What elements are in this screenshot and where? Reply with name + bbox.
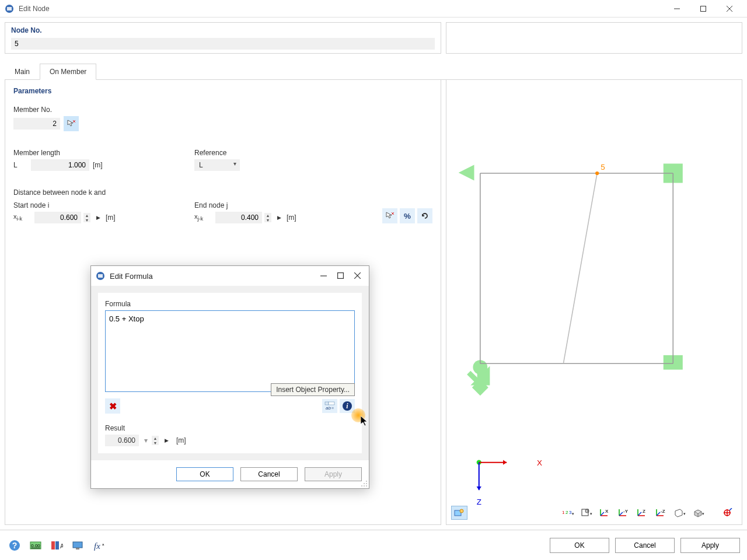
formula-delete-button[interactable]: ✖ — [105, 398, 120, 414]
preview-box-button[interactable]: ▾ — [690, 506, 707, 520]
tab-main[interactable]: Main — [5, 64, 40, 80]
node-no-input[interactable] — [11, 38, 435, 50]
svg-line-45 — [657, 512, 660, 516]
app-icon — [5, 4, 14, 13]
start-node-spinner[interactable]: ▲▼ — [83, 213, 90, 222]
help-button[interactable]: ? — [7, 538, 22, 553]
svg-text:2: 2 — [566, 510, 568, 515]
svg-text:▾: ▾ — [683, 512, 686, 516]
svg-text:-Z: -Z — [661, 509, 665, 514]
svg-line-37 — [619, 512, 623, 516]
result-play-icon[interactable]: ▶ — [162, 436, 170, 445]
formula-close-button[interactable] — [354, 272, 361, 281]
end-node-label: End node j — [194, 201, 364, 209]
units-button[interactable]: 0.00 — [28, 538, 43, 553]
formula-maximize-button[interactable] — [337, 272, 344, 281]
reference-select[interactable]: L — [194, 159, 240, 171]
axis-x-label: X — [537, 459, 542, 467]
preview-axis-neg-y-button[interactable]: -Y — [616, 506, 632, 520]
preview-reset-button[interactable] — [720, 506, 736, 520]
pick-distance-button[interactable] — [382, 208, 397, 223]
preview-viewport[interactable]: 5 X Z — [446, 80, 742, 524]
svg-rect-75 — [51, 541, 55, 550]
font-button[interactable]: A — [49, 538, 64, 553]
member-length-input[interactable] — [31, 159, 89, 171]
svg-text:ab: ab — [326, 405, 331, 411]
preview-axis-x-button[interactable]: X — [597, 506, 613, 520]
main-ok-button[interactable]: OK — [550, 538, 609, 553]
fx-button[interactable]: fx▴ — [91, 538, 106, 553]
member-no-input[interactable] — [13, 118, 60, 130]
preview-panel: 5 X Z 123▾ ▾ — [446, 80, 742, 525]
preview-view-button[interactable] — [451, 506, 467, 520]
preview-show-button[interactable]: ▾ — [578, 506, 595, 520]
minimize-button[interactable] — [664, 0, 690, 18]
svg-point-29 — [587, 510, 588, 512]
svg-text:fx: fx — [94, 541, 100, 551]
main-cancel-button[interactable]: Cancel — [615, 538, 675, 553]
result-unit: [m] — [176, 436, 186, 444]
display-button[interactable] — [70, 538, 85, 553]
close-button[interactable] — [716, 0, 742, 18]
formula-apply-button: Apply — [305, 467, 362, 481]
svg-text:X: X — [605, 509, 609, 514]
svg-text:Z: Z — [643, 509, 645, 514]
svg-text:0.00: 0.00 — [31, 543, 40, 548]
distance-label: Distance between node k and — [13, 188, 432, 197]
svg-line-33 — [601, 512, 604, 516]
result-dropdown-icon[interactable]: ▾ — [142, 436, 149, 444]
svg-line-52 — [729, 508, 732, 510]
percent-button[interactable]: % — [400, 208, 415, 223]
formula-minimize-button[interactable] — [320, 272, 327, 281]
main-apply-button[interactable]: Apply — [680, 538, 740, 553]
insert-property-tooltip: Insert Object Property... — [271, 383, 355, 396]
end-node-input[interactable] — [215, 212, 262, 223]
preview-top-blank — [446, 22, 742, 54]
tab-bar: Main On Member — [5, 63, 742, 80]
formula-textarea[interactable]: 0.5 + Xtop — [105, 310, 355, 392]
node-no-header: Node No. — [11, 26, 435, 34]
svg-point-17 — [595, 172, 599, 175]
insert-parameter-button[interactable]: ab= — [322, 399, 337, 413]
svg-text:-Y: -Y — [623, 509, 629, 514]
end-node-play-icon[interactable]: ▶ — [275, 213, 283, 222]
result-spinner[interactable]: ▲▼ — [152, 436, 159, 445]
preview-perspective-button[interactable]: ▾ — [672, 506, 688, 520]
edit-formula-dialog: Edit Formula Formula 0.5 + Xtop ✖ Insert… — [90, 265, 369, 489]
bottom-bar: ? 0.00 A fx▴ OK Cancel Apply — [0, 530, 747, 560]
undo-button[interactable] — [417, 208, 432, 223]
member-length-unit: [m] — [93, 161, 103, 169]
reference-label: Reference — [194, 149, 240, 157]
member-length-symbol: L — [13, 161, 27, 169]
svg-point-70 — [361, 485, 362, 487]
insert-object-property-button[interactable]: i — [340, 399, 355, 413]
svg-text:▾: ▾ — [590, 512, 592, 516]
svg-line-16 — [563, 173, 597, 363]
svg-line-41 — [638, 512, 641, 516]
window-titlebar: Edit Node — [0, 0, 747, 18]
start-node-input[interactable] — [34, 212, 81, 223]
maximize-button[interactable] — [690, 0, 716, 18]
pick-member-button[interactable] — [64, 116, 79, 131]
svg-rect-78 — [73, 542, 82, 548]
preview-axis-z-button[interactable]: Z — [634, 506, 651, 520]
svg-text:?: ? — [12, 541, 18, 550]
formula-titlebar: Edit Formula — [91, 266, 369, 286]
formula-app-icon — [96, 271, 105, 281]
member-no-label: Member No. — [13, 106, 432, 114]
formula-label: Formula — [105, 300, 355, 308]
formula-ok-button[interactable]: OK — [176, 467, 233, 481]
formula-cancel-button[interactable]: Cancel — [240, 467, 298, 481]
tab-on-member[interactable]: On Member — [40, 64, 96, 80]
svg-text:1: 1 — [562, 510, 565, 515]
end-node-spinner[interactable]: ▲▼ — [264, 213, 271, 222]
svg-point-22 — [460, 509, 463, 513]
resize-grip-icon[interactable] — [361, 480, 368, 487]
start-node-play-icon[interactable]: ▶ — [94, 213, 102, 222]
node-no-panel: Node No. — [5, 22, 441, 54]
member-length-label: Member length — [13, 149, 194, 157]
preview-axis-neg-z-button[interactable]: -Z — [653, 506, 669, 520]
start-node-symbol: xi-k — [13, 213, 31, 222]
preview-numbering-button[interactable]: 123▾ — [560, 506, 576, 520]
start-node-unit: [m] — [106, 214, 116, 222]
